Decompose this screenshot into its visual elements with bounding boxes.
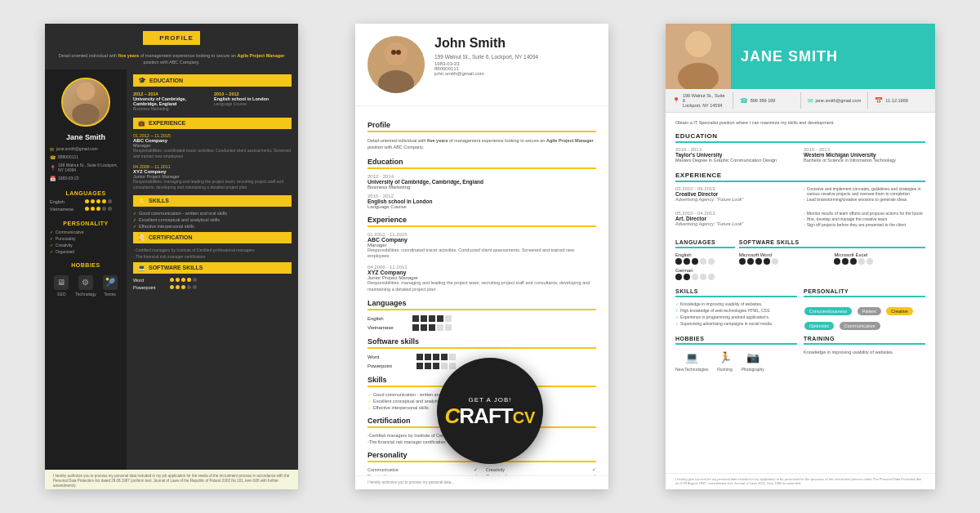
cv3-contact-address: 📍 199 Walnut St., Suite 6 Lockport, NY 1… bbox=[672, 93, 726, 108]
cv1-personality-title: PERSONALITY bbox=[63, 221, 108, 226]
cv1-card: ★ PROFILE Detail-oriented individual wit… bbox=[45, 24, 298, 489]
cv2-footer: I hereby authorize you to process my per… bbox=[355, 475, 608, 489]
cv2-profile-title: Profile bbox=[368, 121, 596, 132]
logo-cv-text: CV bbox=[513, 409, 536, 426]
cv2-edu-2: 2010 - 2012 English school in London Lan… bbox=[368, 194, 596, 209]
cv1-hobby-seo: 🖥 SEO bbox=[54, 275, 69, 297]
cv1-lang-vietnamese: Vietnamese bbox=[50, 207, 122, 212]
cv2-exp-2: 04.2009 - 11.2011 XYZ Company Junior Pro… bbox=[368, 265, 596, 292]
cv3-header: JANE SMITH bbox=[666, 24, 935, 89]
cv2-sw-title: Software skills bbox=[368, 337, 596, 349]
phone-icon: ☎ bbox=[50, 154, 56, 160]
cv1-exp-1: 01.2012 – 11.2015 ABC Company Manager Re… bbox=[133, 133, 292, 159]
cv2-edu-1: 2012 - 2014 University of Cambridge, Cam… bbox=[368, 174, 596, 190]
cv3-lang-section: LANGUAGES English German bbox=[675, 234, 735, 283]
cv2-lang-title: Languages bbox=[368, 299, 596, 310]
cv3-location-icon: 📍 bbox=[672, 97, 680, 105]
cv1-name: Jane Smith bbox=[66, 133, 105, 141]
cv1-skills-header: ⭐ SKILLS bbox=[133, 195, 292, 207]
cv2-edu-title: Education bbox=[368, 158, 596, 169]
cv3-photo bbox=[666, 24, 731, 89]
cv1-experience-header: 💼 EXPERIENCE bbox=[133, 118, 292, 129]
cv1-profile-text: Detail-oriented individual with five yea… bbox=[51, 52, 292, 66]
cv1-sw-word: Word bbox=[133, 278, 292, 283]
location-icon: 📍 bbox=[50, 165, 56, 171]
cv3-sw-section: SOFTWARE SKILLS Microsoft Word bbox=[739, 234, 925, 283]
cv3-edu-2: 2010 - 2013 Western Michigan University … bbox=[804, 147, 925, 163]
cv1-hobbies-title: HOBBIES bbox=[71, 262, 100, 268]
cv1-education-header: 🎓 EDUCATION bbox=[133, 74, 292, 87]
cv3-footer: I hereby give consent for my personal da… bbox=[666, 473, 935, 489]
cv1-hobby-technology: ⚙ Technology bbox=[75, 275, 96, 297]
cv1-cert-header: 📜 CERTIFICATION bbox=[133, 232, 292, 243]
cv1-address: 📍 199 Walnut St., Suite 6 Lockport, NY 1… bbox=[50, 163, 122, 173]
cv1-software-header: 💻 SOFTWARE SKILLS bbox=[133, 262, 292, 274]
svg-point-8 bbox=[685, 31, 711, 57]
cv1-content: 🎓 EDUCATION 2012 – 2014 University of Ca… bbox=[127, 69, 298, 470]
cv1-lang-title: LANGUAGES bbox=[65, 190, 105, 196]
cv3-hobby-photography: 📷 Photography bbox=[742, 349, 764, 372]
cv3-contact-dob: 📅 11.12.1989 bbox=[875, 97, 929, 105]
cv1-edu-2: 2010 – 2012 English school in London Lan… bbox=[214, 91, 292, 111]
svg-point-1 bbox=[72, 103, 100, 124]
cv3-skills-personality: SKILLS Knowledge in improving usability … bbox=[675, 283, 925, 331]
svg-point-5 bbox=[391, 50, 396, 55]
cv1-body: Jane Smith ✉ jane.smith@gmail.com ☎ 8880… bbox=[45, 69, 298, 470]
cv3-edu-title: EDUCATION bbox=[675, 132, 925, 143]
svg-point-0 bbox=[77, 82, 95, 100]
cv3-email-icon: ✉ bbox=[808, 97, 813, 105]
cv3-card: JANE SMITH 📍 199 Walnut St., Suite 6 Loc… bbox=[666, 24, 935, 489]
cv1-profile-title: ★ PROFILE bbox=[143, 31, 200, 45]
cv3-calendar-icon: 📅 bbox=[875, 97, 883, 105]
cv3-exp-title: EXPERIENCE bbox=[675, 172, 925, 182]
cv1-avatar bbox=[61, 78, 110, 127]
cv3-lang-sw: LANGUAGES English German bbox=[675, 234, 925, 283]
cv2-exp-title: Experience bbox=[368, 216, 596, 227]
cv1-dob: 📅 1983-03-23 bbox=[50, 176, 122, 181]
cv1-sidebar: Jane Smith ✉ jane.smith@gmail.com ☎ 8880… bbox=[45, 69, 127, 470]
cv1-exp-2: 04.2009 – 11.2011 XYZ Company Junior Pro… bbox=[133, 164, 292, 190]
cv3-edu-grid: 2010 - 2013 Taylor's University Masters … bbox=[675, 147, 925, 167]
cv3-exp-2: 05.2010 - 04.2013 Art. Director Advertis… bbox=[675, 211, 797, 226]
main-container: ★ PROFILE Detail-oriented individual wit… bbox=[0, 0, 980, 513]
cv1-phone: ☎ 888000111 bbox=[50, 154, 122, 160]
cv1-footer: I hereby authorize you to process my per… bbox=[45, 470, 298, 490]
cv3-edu-1: 2010 - 2013 Taylor's University Masters … bbox=[675, 147, 797, 163]
cv1-lang-english: English bbox=[50, 199, 122, 204]
cv3-name-box: JANE SMITH bbox=[731, 24, 935, 89]
cv2-profile-text: Detail-oriented individual with five yea… bbox=[368, 137, 596, 151]
calendar-icon: 📅 bbox=[50, 176, 56, 181]
cv1-hobby-tennis: 🎾 Tennis bbox=[103, 275, 118, 297]
cv1-edu-grid: 2012 – 2014 University of Cambridge, Cam… bbox=[133, 91, 292, 111]
cv2-photo bbox=[368, 36, 425, 93]
svg-point-3 bbox=[385, 42, 408, 65]
cv3-contact-email: ✉ jane.smith@gmail.com bbox=[808, 97, 862, 105]
cv1-edu-1: 2012 – 2014 University of Cambridge, Cam… bbox=[133, 91, 211, 111]
cv3-hobbies-row: 💻 New Technologies 🏃 Running 📷 Photograp… bbox=[675, 349, 797, 372]
cv2-name: John Smith bbox=[434, 36, 596, 51]
cv2-address: 199 Walnut St., Suite 6, Lockport, NY 14… bbox=[434, 54, 596, 60]
cv3-hobbies-training: HOBBIES 💻 New Technologies 🏃 Running 📷 bbox=[675, 331, 925, 372]
cv3-objective: Obtain a IT Specialist position where I … bbox=[675, 119, 925, 126]
logo-craft-text: CRAFT bbox=[445, 405, 513, 426]
cv3-body: Obtain a IT Specialist position where I … bbox=[666, 113, 935, 473]
cv1-sw-powerpoint: Powerpoint bbox=[133, 285, 292, 290]
cv2-lang-english: English bbox=[368, 315, 596, 322]
cv3-hobby-tech: 💻 New Technologies bbox=[675, 349, 709, 372]
svg-point-6 bbox=[396, 50, 401, 55]
cv1-hobbies: 🖥 SEO ⚙ Technology 🎾 Tennis bbox=[54, 275, 117, 297]
cv2-header: John Smith 199 Walnut St., Suite 6, Lock… bbox=[355, 24, 608, 106]
cv3-contact-bar: 📍 199 Walnut St., Suite 6 Lockport, NY 1… bbox=[666, 89, 935, 113]
email-icon: ✉ bbox=[50, 146, 54, 152]
cv3-name: JANE SMITH bbox=[741, 48, 925, 65]
cv2-personality: Communicative ✓ Punctuality ✓ Creativity… bbox=[368, 467, 596, 475]
cv3-exp-grid: 03.2010 - 09.2013 Creative Director Adve… bbox=[675, 186, 925, 207]
logo-get-a-job-text: GET A JOB! bbox=[469, 396, 512, 404]
cv2-lang-vietnamese: Vietnamese bbox=[368, 324, 596, 331]
cv1-email: ✉ jane.smith@gmail.com bbox=[50, 146, 122, 152]
cv2-exp-1: 01.2012 - 11.2015 ABC Company Manager Re… bbox=[368, 232, 596, 260]
craft-cv-logo[interactable]: GET A JOB! CRAFT CV bbox=[437, 358, 543, 464]
cv3-exp-grid-2: 05.2010 - 04.2013 Art. Director Advertis… bbox=[675, 211, 925, 231]
cv2-email: john.smith@gmail.com bbox=[434, 71, 596, 76]
cv3-phone-icon: ☎ bbox=[740, 97, 748, 105]
